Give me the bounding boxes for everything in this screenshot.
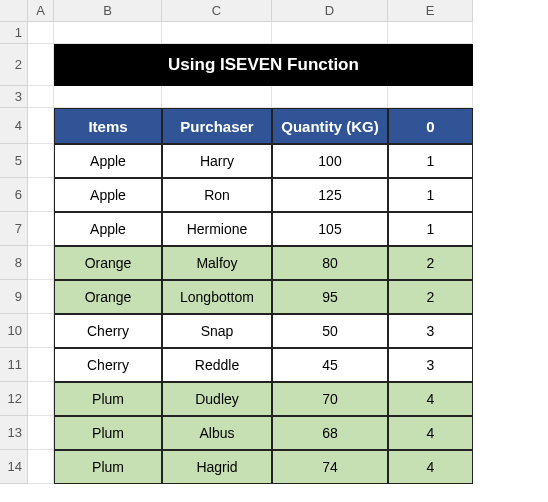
cell[interactable] [28,348,54,382]
cell-group[interactable]: 1 [388,212,473,246]
table-header-items: Items [54,108,162,144]
cell-purchaser[interactable]: Harry [162,144,272,178]
cell[interactable] [388,86,473,108]
cell-quantity[interactable]: 45 [272,348,388,382]
cell[interactable] [54,86,162,108]
table-header-group: 0 [388,108,473,144]
cell[interactable] [28,108,54,144]
col-header-C[interactable]: C [162,0,272,22]
row-header-5[interactable]: 5 [0,144,28,178]
cell[interactable] [162,22,272,44]
cell[interactable] [54,22,162,44]
cell-item[interactable]: Apple [54,144,162,178]
cell[interactable] [28,382,54,416]
cell-item[interactable]: Cherry [54,348,162,382]
cell[interactable] [162,86,272,108]
cell-group[interactable]: 4 [388,382,473,416]
cell-purchaser[interactable]: Dudley [162,382,272,416]
cell-purchaser[interactable]: Ron [162,178,272,212]
cell-item[interactable]: Orange [54,246,162,280]
cell-purchaser[interactable]: Hagrid [162,450,272,484]
page-title: Using ISEVEN Function [54,44,473,86]
col-header-E[interactable]: E [388,0,473,22]
cell[interactable] [28,416,54,450]
cell-purchaser[interactable]: Reddle [162,348,272,382]
row-header-12[interactable]: 12 [0,382,28,416]
row-header-8[interactable]: 8 [0,246,28,280]
cell-item[interactable]: Apple [54,212,162,246]
cell[interactable] [28,178,54,212]
cell-quantity[interactable]: 125 [272,178,388,212]
row-header-11[interactable]: 11 [0,348,28,382]
cell-group[interactable]: 1 [388,178,473,212]
cell-quantity[interactable]: 70 [272,382,388,416]
cell[interactable] [28,44,54,86]
col-header-B[interactable]: B [54,0,162,22]
cell-quantity[interactable]: 105 [272,212,388,246]
cell[interactable] [272,86,388,108]
row-header-3[interactable]: 3 [0,86,28,108]
cell[interactable] [28,212,54,246]
cell-group[interactable]: 2 [388,246,473,280]
cell-item[interactable]: Plum [54,416,162,450]
row-header-4[interactable]: 4 [0,108,28,144]
cell[interactable] [28,450,54,484]
cell-group[interactable]: 3 [388,314,473,348]
cell-item[interactable]: Cherry [54,314,162,348]
cell-group[interactable]: 4 [388,416,473,450]
table-header-quantity: Quantity (KG) [272,108,388,144]
cell[interactable] [28,246,54,280]
row-header-14[interactable]: 14 [0,450,28,484]
cell-quantity[interactable]: 80 [272,246,388,280]
row-header-10[interactable]: 10 [0,314,28,348]
select-all-corner[interactable] [0,0,28,22]
cell-quantity[interactable]: 95 [272,280,388,314]
cell-item[interactable]: Apple [54,178,162,212]
row-header-9[interactable]: 9 [0,280,28,314]
cell-item[interactable]: Orange [54,280,162,314]
row-header-13[interactable]: 13 [0,416,28,450]
row-header-2[interactable]: 2 [0,44,28,86]
cell[interactable] [28,86,54,108]
cell-item[interactable]: Plum [54,382,162,416]
cell-purchaser[interactable]: Longbottom [162,280,272,314]
cell-group[interactable]: 2 [388,280,473,314]
cell[interactable] [28,280,54,314]
cell-quantity[interactable]: 68 [272,416,388,450]
cell[interactable] [272,22,388,44]
cell-quantity[interactable]: 74 [272,450,388,484]
spreadsheet-grid[interactable]: ABCDE12Using ISEVEN Function34ItemsPurch… [0,0,548,484]
cell-group[interactable]: 3 [388,348,473,382]
cell-purchaser[interactable]: Snap [162,314,272,348]
cell[interactable] [28,22,54,44]
cell[interactable] [28,144,54,178]
cell-item[interactable]: Plum [54,450,162,484]
cell-quantity[interactable]: 100 [272,144,388,178]
cell-group[interactable]: 1 [388,144,473,178]
row-header-1[interactable]: 1 [0,22,28,44]
cell[interactable] [28,314,54,348]
row-header-7[interactable]: 7 [0,212,28,246]
col-header-D[interactable]: D [272,0,388,22]
cell-quantity[interactable]: 50 [272,314,388,348]
row-header-6[interactable]: 6 [0,178,28,212]
cell-purchaser[interactable]: Albus [162,416,272,450]
cell-group[interactable]: 4 [388,450,473,484]
cell-purchaser[interactable]: Malfoy [162,246,272,280]
col-header-A[interactable]: A [28,0,54,22]
table-header-purchaser: Purchaser [162,108,272,144]
cell-purchaser[interactable]: Hermione [162,212,272,246]
cell[interactable] [388,22,473,44]
